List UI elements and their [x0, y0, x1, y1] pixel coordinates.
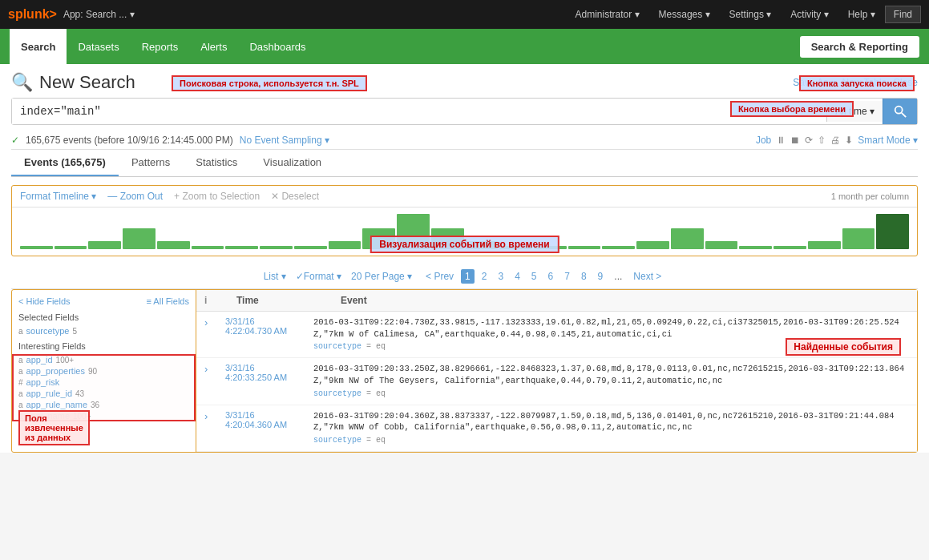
sourcetype-link-2[interactable]: sourcetype — [313, 389, 362, 398]
timeline-bar-7[interactable] — [260, 246, 293, 249]
stop-icon[interactable]: ⏹ — [790, 135, 800, 146]
timeline-bar-6[interactable] — [225, 246, 258, 249]
timeline-bar-4[interactable] — [157, 241, 190, 249]
timeline-bar-25[interactable] — [876, 214, 909, 249]
timeline-bar-16[interactable] — [568, 246, 601, 249]
timeline-bar-8[interactable] — [294, 246, 327, 249]
event-row-3: › 3/31/164:20:04.360 AM 2016-03-31T09:20… — [196, 405, 917, 452]
event-text-3: 2016-03-31T09:20:04.360Z,38.8373337,-122… — [313, 410, 909, 446]
nav-dashboards[interactable]: Dashboards — [238, 29, 317, 64]
field-app-rule-name[interactable]: a app_rule_name 36 — [18, 399, 189, 410]
nav-help[interactable]: Help ▾ — [838, 9, 885, 20]
search-input[interactable] — [12, 99, 826, 124]
timeline-bar-12[interactable] — [431, 228, 464, 249]
nav-reports[interactable]: Reports — [131, 29, 190, 64]
format-selector[interactable]: ✓Format ▾ — [296, 271, 341, 282]
prev-page-btn[interactable]: < Prev — [422, 269, 458, 284]
field-appi-name[interactable]: a appi_name 100+ — [18, 410, 189, 421]
field-sourcetype[interactable]: a sourcetype 5 — [18, 325, 189, 336]
per-page-selector[interactable]: 20 Per Page ▾ — [351, 271, 412, 282]
page-8-btn[interactable]: 8 — [577, 269, 591, 284]
page-4-btn[interactable]: 4 — [511, 269, 524, 284]
field-app-rule-id[interactable]: a app_rule_id 43 — [18, 388, 189, 399]
timeline-bar-19[interactable] — [671, 228, 704, 249]
field-app-risk[interactable]: # app_risk — [18, 377, 189, 388]
search-reporting-button[interactable]: Search & Reporting — [800, 36, 919, 58]
job-label[interactable]: Job — [756, 135, 771, 146]
timeline-bar-9[interactable] — [329, 241, 362, 249]
expand-event-3[interactable]: › — [204, 410, 217, 422]
next-page-btn[interactable]: Next > — [629, 269, 665, 284]
tab-statistics[interactable]: Statistics — [183, 150, 250, 176]
hide-fields-btn[interactable]: < Hide Fields — [18, 296, 71, 306]
refresh-icon[interactable]: ⟳ — [805, 135, 813, 146]
nav-datasets[interactable]: Datasets — [67, 29, 130, 64]
page-3-btn[interactable]: 3 — [494, 269, 507, 284]
tab-visualization[interactable]: Visualization — [250, 150, 334, 176]
timeline-bar-18[interactable] — [636, 241, 669, 249]
nav-alerts[interactable]: Alerts — [189, 29, 238, 64]
sourcetype-link-3[interactable]: sourcetype — [313, 436, 362, 445]
field-sourcetype-name[interactable]: sourcetype — [26, 326, 70, 336]
page-5-btn[interactable]: 5 — [527, 269, 541, 284]
export-icon[interactable]: ⬇ — [845, 135, 853, 146]
event-time-2[interactable]: 3/31/164:20:33.250 AM — [225, 363, 305, 382]
timeline-chart — [12, 207, 917, 256]
timeline-bar-22[interactable] — [773, 246, 806, 249]
page-9-btn[interactable]: 9 — [594, 269, 608, 284]
timeline-bar-2[interactable] — [88, 241, 121, 249]
timeline-bar-10[interactable] — [362, 228, 395, 249]
share-icon[interactable]: ⇧ — [818, 135, 826, 146]
field-app-id[interactable]: a app_id 100+ — [18, 354, 189, 365]
nav-administrator[interactable]: Administrator ▾ — [566, 9, 649, 20]
nav-search[interactable]: Search — [10, 29, 67, 64]
event-time-3[interactable]: 3/31/164:20:04.360 AM — [225, 410, 305, 429]
find-button[interactable]: Find — [885, 6, 921, 23]
event-time-1[interactable]: 3/31/164:22:04.730 AM — [225, 316, 305, 336]
timeline-bar-11[interactable] — [397, 214, 430, 249]
timeline-bar-13[interactable] — [466, 241, 499, 249]
timeline-bar-3[interactable] — [123, 228, 156, 249]
nav-messages[interactable]: Messages ▾ — [649, 9, 720, 20]
new-table-link[interactable]: New Table — [842, 77, 887, 88]
timeline-bar-14[interactable] — [499, 246, 532, 249]
timeline-bar-1[interactable] — [55, 246, 87, 249]
search-button[interactable] — [883, 99, 917, 124]
timeline-bar-0[interactable] — [20, 246, 53, 249]
expand-event-1[interactable]: › — [204, 316, 217, 328]
expand-event-2[interactable]: › — [204, 363, 217, 375]
timeline-bar-23[interactable] — [808, 241, 841, 249]
close-link[interactable]: Close — [893, 77, 918, 88]
time-picker[interactable]: All time ▾ — [826, 101, 883, 122]
tab-patterns[interactable]: Patterns — [119, 150, 183, 176]
page-7-btn[interactable]: 7 — [560, 269, 574, 284]
list-selector[interactable]: List ▾ — [264, 271, 286, 282]
sourcetype-link-1[interactable]: sourcetype — [313, 342, 362, 351]
timeline-bar-21[interactable] — [739, 246, 772, 249]
smart-mode-selector[interactable]: Smart Mode ▾ — [858, 135, 918, 146]
timeline-bar-20[interactable] — [705, 241, 738, 249]
no-event-sampling[interactable]: No Event Sampling ▾ — [240, 135, 329, 146]
page-6-btn[interactable]: 6 — [544, 269, 558, 284]
print-icon[interactable]: 🖨 — [830, 135, 840, 146]
save-as-link[interactable]: Save As ▾ — [793, 77, 835, 88]
event-text-1: 2016-03-31T09:22:04.730Z,33.9815,-117.13… — [313, 316, 909, 353]
timeline-bar-17[interactable] — [602, 246, 635, 249]
all-fields-btn[interactable]: ≡ All Fields — [147, 296, 190, 306]
zoom-selection-btn[interactable]: + Zoom to Selection — [174, 191, 260, 202]
page-2-btn[interactable]: 2 — [478, 269, 491, 284]
zoom-out-btn[interactable]: — Zoom Out — [107, 191, 163, 202]
timeline-bar-24[interactable] — [842, 228, 875, 249]
format-timeline-btn[interactable]: Format Timeline ▾ — [20, 191, 96, 202]
deselect-btn[interactable]: ✕ Deselect — [271, 191, 319, 202]
timeline-bar-5[interactable] — [192, 246, 224, 249]
app-selector[interactable]: App: Search ... ▾ — [63, 9, 135, 20]
field-app-properties[interactable]: a app_properties 90 — [18, 365, 189, 377]
timeline-bar-15[interactable] — [534, 246, 567, 249]
page-1-btn[interactable]: 1 — [461, 269, 475, 284]
pause-icon[interactable]: ⏸ — [776, 135, 786, 146]
timeline-column-label: 1 month per column — [831, 191, 909, 201]
tab-events[interactable]: Events (165,675) — [11, 150, 119, 176]
nav-activity[interactable]: Activity ▾ — [781, 9, 838, 20]
nav-settings[interactable]: Settings ▾ — [720, 9, 782, 20]
